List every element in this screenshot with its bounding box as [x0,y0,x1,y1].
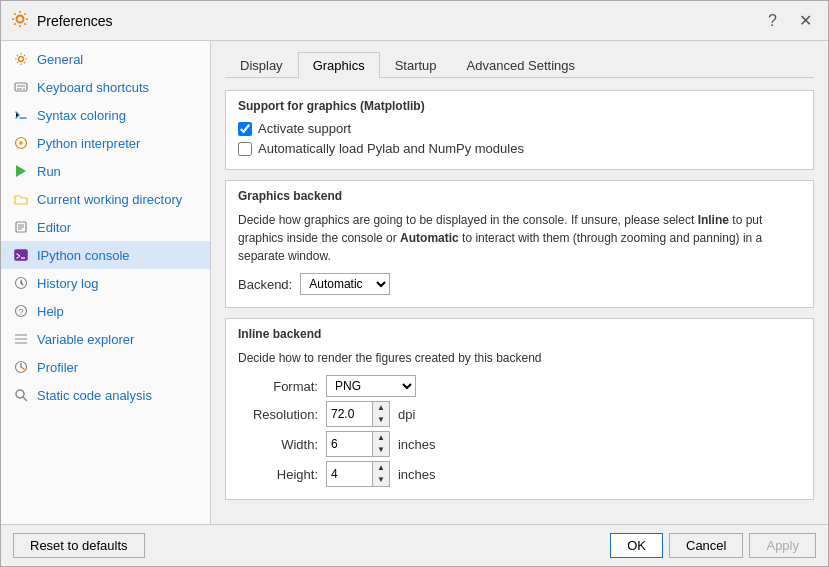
python-icon [13,135,29,151]
tabs: Display Graphics Startup Advanced Settin… [225,51,814,78]
sidebar-item-python[interactable]: Python interpreter [1,129,210,157]
resolution-row: Resolution: ▲ ▼ dpi [238,401,801,427]
inline-section-title: Inline backend [238,327,801,341]
history-icon [13,275,29,291]
width-input[interactable] [327,435,372,453]
resolution-unit: dpi [398,407,415,422]
sidebar-item-profiler[interactable]: Profiler [1,353,210,381]
sidebar-item-ipython[interactable]: IPython console [1,241,210,269]
sidebar-item-cwd[interactable]: Current working directory [1,185,210,213]
format-select[interactable]: PNG SVG [326,375,416,397]
sidebar-item-label: General [37,52,83,67]
preferences-window: Preferences ? ✕ General Keyboard shortcu… [0,0,829,567]
resolution-spinbox-btns: ▲ ▼ [372,402,389,426]
dialog-buttons: OK Cancel Apply [610,533,816,558]
sidebar-item-history[interactable]: History log [1,269,210,297]
height-spinbox: ▲ ▼ [326,461,390,487]
width-spinbox: ▲ ▼ [326,431,390,457]
sidebar-item-keyboard[interactable]: Keyboard shortcuts [1,73,210,101]
sidebar-item-help[interactable]: ? Help [1,297,210,325]
svg-marker-4 [16,165,26,177]
close-button[interactable]: ✕ [793,9,818,32]
sidebar-item-syntax[interactable]: Syntax coloring [1,101,210,129]
height-row: Height: ▲ ▼ inches [238,461,801,487]
inline-section: Inline backend Decide how to render the … [225,318,814,500]
sidebar-item-label: Python interpreter [37,136,140,151]
sidebar-item-static[interactable]: Static code analysis [1,381,210,409]
backend-field-row: Backend: Automatic Inline Qt5 Qt4 TkAgg … [238,273,801,295]
width-spinbox-btns: ▲ ▼ [372,432,389,456]
general-icon [13,51,29,67]
resolution-input[interactable] [327,405,372,423]
bottom-bar: Reset to defaults OK Cancel Apply [1,524,828,566]
height-up-btn[interactable]: ▲ [373,462,389,474]
keyboard-icon [13,79,29,95]
height-spinbox-btns: ▲ ▼ [372,462,389,486]
sidebar-item-editor[interactable]: Editor [1,213,210,241]
sidebar-item-run[interactable]: Run [1,157,210,185]
title-bar-controls: ? ✕ [762,9,818,32]
sidebar-item-label: Syntax coloring [37,108,126,123]
sidebar-item-general[interactable]: General [1,45,210,73]
help-button[interactable]: ? [762,10,783,32]
autoload-row: Automatically load Pylab and NumPy modul… [238,141,801,156]
inline-description: Decide how to render the figures created… [238,349,801,367]
sidebar-item-label: Help [37,304,64,319]
matplotlib-section-title: Support for graphics (Matplotlib) [238,99,801,113]
format-label: Format: [238,379,318,394]
height-down-btn[interactable]: ▼ [373,474,389,486]
run-icon [13,163,29,179]
sidebar-item-label: Keyboard shortcuts [37,80,149,95]
activate-support-label[interactable]: Activate support [258,121,351,136]
width-up-btn[interactable]: ▲ [373,432,389,444]
content-area: General Keyboard shortcuts Syntax colori… [1,41,828,524]
height-label: Height: [238,467,318,482]
format-row: Format: PNG SVG [238,375,801,397]
sidebar-item-label: IPython console [37,248,130,263]
svg-point-11 [16,390,24,398]
width-row: Width: ▲ ▼ inches [238,431,801,457]
sidebar-item-label: Run [37,164,61,179]
resolution-down-btn[interactable]: ▼ [373,414,389,426]
ipython-icon [13,247,29,263]
svg-point-0 [17,16,24,23]
width-down-btn[interactable]: ▼ [373,444,389,456]
tab-advanced-settings[interactable]: Advanced Settings [452,52,590,78]
sidebar-item-label: Variable explorer [37,332,134,347]
tab-startup[interactable]: Startup [380,52,452,78]
ok-button[interactable]: OK [610,533,663,558]
backend-select[interactable]: Automatic Inline Qt5 Qt4 TkAgg WxAgg [300,273,390,295]
backend-description: Decide how graphics are going to be disp… [238,211,801,265]
backend-section-title: Graphics backend [238,189,801,203]
svg-text:?: ? [18,307,23,317]
height-input[interactable] [327,465,372,483]
sidebar-item-label: Current working directory [37,192,182,207]
activate-support-checkbox[interactable] [238,122,252,136]
svg-point-1 [19,57,24,62]
sidebar-item-label: Static code analysis [37,388,152,403]
tab-graphics[interactable]: Graphics [298,52,380,78]
cancel-button[interactable]: Cancel [669,533,743,558]
tab-display[interactable]: Display [225,52,298,78]
sidebar-item-label: Profiler [37,360,78,375]
backend-label: Backend: [238,277,292,292]
title-bar: Preferences ? ✕ [1,1,828,41]
autoload-checkbox[interactable] [238,142,252,156]
height-unit: inches [398,467,436,482]
reset-defaults-button[interactable]: Reset to defaults [13,533,145,558]
width-unit: inches [398,437,436,452]
autoload-label[interactable]: Automatically load Pylab and NumPy modul… [258,141,524,156]
resolution-label: Resolution: [238,407,318,422]
sidebar-item-variable[interactable]: Variable explorer [1,325,210,353]
apply-button[interactable]: Apply [749,533,816,558]
resolution-spinbox: ▲ ▼ [326,401,390,427]
width-label: Width: [238,437,318,452]
cwd-icon [13,191,29,207]
editor-icon [13,219,29,235]
help-icon: ? [13,303,29,319]
matplotlib-section: Support for graphics (Matplotlib) Activa… [225,90,814,170]
sidebar: General Keyboard shortcuts Syntax colori… [1,41,211,524]
variable-icon [13,331,29,347]
resolution-up-btn[interactable]: ▲ [373,402,389,414]
main-panel: Display Graphics Startup Advanced Settin… [211,41,828,524]
